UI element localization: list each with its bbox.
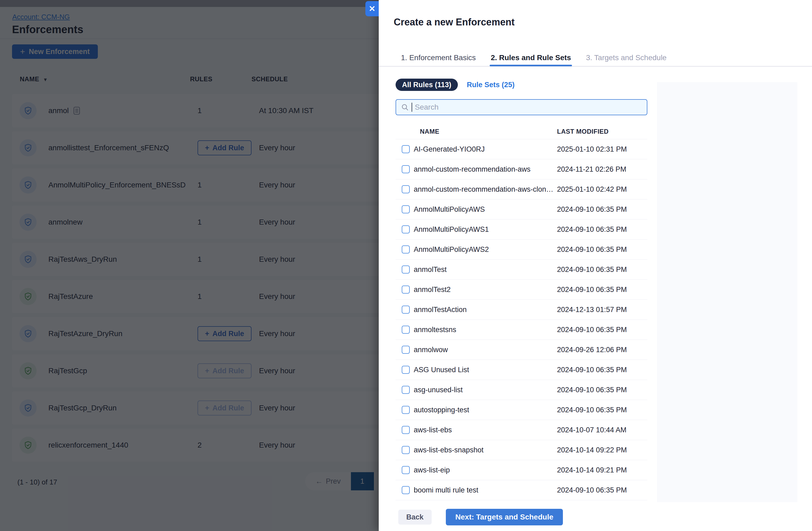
rule-last-modified: 2024-09-10 06:35 PM [557, 486, 647, 494]
rule-name: AI-Generated-YIO0RJ [414, 145, 557, 154]
rule-row[interactable]: anmolwow2024-09-26 12:06 PM [395, 340, 647, 360]
rule-checkbox[interactable] [402, 426, 410, 434]
rule-name: anmol-custom-recommendation-aws [414, 165, 557, 173]
rule-row[interactable]: ASG Unused List2024-09-10 06:35 PM [395, 360, 647, 380]
rule-checkbox[interactable] [402, 205, 410, 213]
rules-filter-tabs: All Rules (113) Rule Sets (25) [395, 78, 647, 91]
rule-checkbox-cell [402, 326, 414, 334]
rule-row[interactable]: anmolTest2024-09-10 06:35 PM [395, 260, 647, 280]
rule-checkbox-cell [402, 185, 414, 193]
rule-last-modified: 2024-09-10 06:35 PM [557, 245, 647, 254]
rule-name: anmolTest2 [414, 286, 557, 294]
rule-last-modified: 2024-12-13 01:57 PM [557, 306, 647, 314]
back-button[interactable]: Back [398, 510, 432, 525]
rules-column-header-last-modified: LAST MODIFIED [557, 128, 647, 135]
rule-checkbox-cell [402, 486, 414, 494]
rule-row[interactable]: anmol-custom-recommendation-aws-clone-23… [395, 180, 647, 199]
rule-row[interactable]: boomi multi rule test2024-09-10 06:35 PM [395, 480, 647, 500]
rule-checkbox[interactable] [402, 326, 410, 334]
rule-name: anmol-custom-recommendation-aws-clone-23… [414, 185, 557, 193]
rule-checkbox-cell [402, 205, 414, 213]
rule-name: anmolwow [414, 346, 557, 354]
rule-checkbox-cell [402, 225, 414, 233]
tab-enforcement-basics[interactable]: 1. Enforcement Basics [401, 49, 476, 66]
close-icon: ✕ [368, 4, 375, 13]
rule-checkbox[interactable] [402, 486, 410, 494]
tab-rules-and-rule-sets[interactable]: 2. Rules and Rule Sets [491, 49, 571, 66]
rule-name: aws-list-ebs [414, 426, 557, 434]
search-icon [401, 103, 409, 111]
rule-name: anmoltestsns [414, 326, 557, 334]
rule-row[interactable]: asg-unused-list2024-09-10 06:35 PM [395, 380, 647, 400]
modal-title: Create a new Enforcement [394, 17, 514, 28]
rule-checkbox-cell [402, 286, 414, 293]
rule-checkbox[interactable] [402, 286, 410, 293]
rule-last-modified: 2024-09-26 12:06 PM [557, 346, 647, 354]
rule-last-modified: 2024-10-14 09:21 PM [557, 466, 647, 474]
rule-checkbox-cell [402, 245, 414, 254]
rule-last-modified: 2024-09-10 06:35 PM [557, 366, 647, 374]
text-cursor [411, 103, 412, 112]
screen: Account: CCM-NG Enforcements + New Enfor… [0, 0, 812, 531]
rule-last-modified: 2024-09-10 06:35 PM [557, 286, 647, 294]
rule-name: ASG Unused List [414, 366, 557, 374]
rule-row[interactable]: aws-list-ebs2024-10-07 10:44 AM [395, 420, 647, 440]
rule-row[interactable]: aws-list-eip2024-10-14 09:21 PM [395, 460, 647, 480]
search-input[interactable] [415, 103, 642, 112]
modal-footer: Back Next: Targets and Schedule [398, 509, 563, 526]
rule-row[interactable]: anmolTestAction2024-12-13 01:57 PM [395, 300, 647, 320]
rule-checkbox[interactable] [402, 165, 410, 173]
create-enforcement-modal: ✕ Create a new Enforcement 1. Enforcemen… [379, 0, 812, 531]
rule-checkbox-cell [402, 406, 414, 414]
rule-name: AnmolMultiPolicyAWS [414, 205, 557, 214]
next-targets-schedule-button[interactable]: Next: Targets and Schedule [446, 509, 563, 526]
rule-checkbox[interactable] [402, 185, 410, 193]
rule-checkbox-cell [402, 386, 414, 394]
close-button[interactable]: ✕ [365, 1, 379, 16]
wizard-tabs: 1. Enforcement Basics 2. Rules and Rule … [401, 49, 667, 66]
modal-body: All Rules (113) Rule Sets (25) NAME LAST… [395, 66, 647, 500]
rule-name: anmolTestAction [414, 306, 557, 314]
rule-checkbox-cell [402, 266, 414, 274]
tab-targets-and-schedule[interactable]: 3. Targets and Schedule [586, 49, 666, 66]
rule-last-modified: 2024-09-10 06:35 PM [557, 386, 647, 394]
rule-last-modified: 2025-01-10 02:31 PM [557, 145, 647, 154]
rule-checkbox[interactable] [402, 245, 410, 254]
rule-row[interactable]: anmol-custom-recommendation-aws2024-11-2… [395, 159, 647, 180]
rule-last-modified: 2024-09-10 06:35 PM [557, 225, 647, 234]
rule-name: boomi multi rule test [414, 486, 557, 494]
rule-checkbox[interactable] [402, 466, 410, 474]
rule-checkbox-cell [402, 165, 414, 173]
rule-row[interactable]: AnmolMultiPolicyAWS22024-09-10 06:35 PM [395, 240, 647, 260]
rule-row[interactable]: AnmolMultiPolicyAWS12024-09-10 06:35 PM [395, 219, 647, 240]
rule-checkbox[interactable] [402, 446, 410, 454]
rule-checkbox-cell [402, 426, 414, 434]
rule-row[interactable]: AI-Generated-YIO0RJ2025-01-10 02:31 PM [395, 139, 647, 159]
rule-name: aws-list-eip [414, 466, 557, 474]
rule-checkbox[interactable] [402, 366, 410, 374]
rule-row[interactable]: autostopping-test2024-09-10 06:35 PM [395, 400, 647, 420]
rule-sets-tab[interactable]: Rule Sets (25) [467, 81, 515, 89]
rule-checkbox-cell [402, 446, 414, 454]
rule-checkbox[interactable] [402, 306, 410, 314]
rule-checkbox-cell [402, 306, 414, 314]
search-box [395, 99, 647, 115]
preview-panel [657, 82, 797, 502]
rule-last-modified: 2024-10-14 09:22 PM [557, 446, 647, 454]
rule-checkbox[interactable] [402, 145, 410, 153]
rule-checkbox[interactable] [402, 406, 410, 414]
rule-checkbox[interactable] [402, 266, 410, 274]
rule-checkbox-cell [402, 466, 414, 474]
rule-checkbox[interactable] [402, 386, 410, 394]
rule-row[interactable]: anmolTest22024-09-10 06:35 PM [395, 280, 647, 300]
all-rules-tab[interactable]: All Rules (113) [395, 78, 458, 91]
rule-row[interactable]: anmoltestsns2024-09-10 06:35 PM [395, 320, 647, 340]
rule-row[interactable]: aws-list-ebs-snapshot2024-10-14 09:22 PM [395, 440, 647, 460]
rule-row[interactable]: AnmolMultiPolicyAWS2024-09-10 06:35 PM [395, 199, 647, 219]
rule-name: AnmolMultiPolicyAWS1 [414, 225, 557, 234]
rule-checkbox[interactable] [402, 346, 410, 354]
rule-checkbox-cell [402, 346, 414, 354]
rules-table-header: NAME LAST MODIFIED [395, 124, 647, 139]
rule-last-modified: 2024-09-10 06:35 PM [557, 266, 647, 274]
rule-checkbox[interactable] [402, 225, 410, 233]
